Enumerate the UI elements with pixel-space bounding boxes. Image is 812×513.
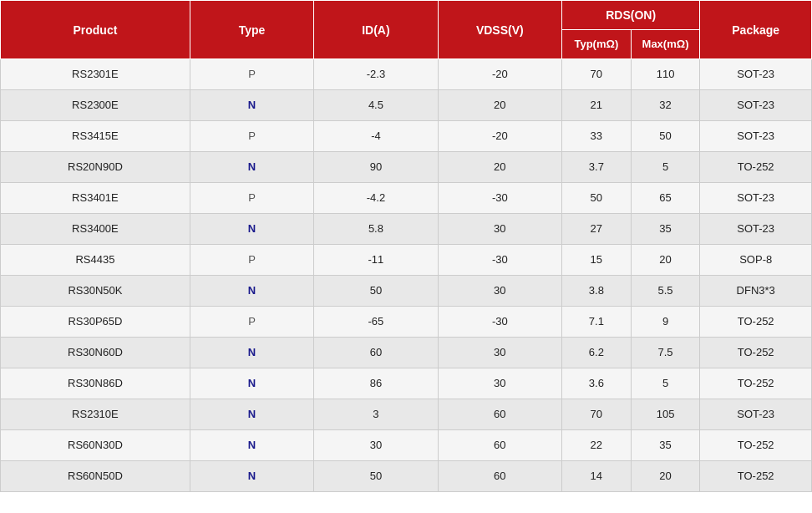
cell-id: 50 <box>314 276 438 307</box>
cell-id: 5.8 <box>314 214 438 245</box>
cell-max: 110 <box>631 59 700 90</box>
cell-type: N <box>190 368 313 399</box>
table-row: RS2310E N 3 60 70 105 SOT-23 <box>1 399 812 430</box>
table-row: RS30N60D N 60 30 6.2 7.5 TO-252 <box>1 338 812 368</box>
cell-typ: 14 <box>562 461 632 492</box>
cell-product: RS4435 <box>1 245 190 276</box>
cell-product: RS30P65D <box>1 307 190 338</box>
cell-vdss: 60 <box>438 399 561 430</box>
cell-package: TO-252 <box>700 430 812 461</box>
cell-typ: 21 <box>562 90 632 121</box>
header-id: ID(A) <box>314 1 438 59</box>
cell-id: 30 <box>314 430 438 461</box>
cell-type: N <box>190 399 313 430</box>
cell-vdss: 20 <box>438 90 561 121</box>
cell-type: N <box>190 276 313 307</box>
cell-product: RS20N90D <box>1 152 190 183</box>
cell-product: RS30N50K <box>1 276 190 307</box>
cell-max: 32 <box>631 90 700 121</box>
cell-vdss: 30 <box>438 214 561 245</box>
cell-type: P <box>190 183 313 214</box>
cell-product: RS3415E <box>1 121 190 152</box>
cell-vdss: 30 <box>438 368 561 399</box>
cell-type: N <box>190 338 313 368</box>
cell-max: 50 <box>631 121 700 152</box>
cell-typ: 3.7 <box>562 152 632 183</box>
cell-id: -2.3 <box>314 59 438 90</box>
cell-typ: 6.2 <box>562 338 632 368</box>
cell-typ: 70 <box>562 399 632 430</box>
cell-package: TO-252 <box>700 152 812 183</box>
cell-vdss: -30 <box>438 245 561 276</box>
cell-id: 3 <box>314 399 438 430</box>
cell-type: N <box>190 152 313 183</box>
cell-product: RS30N86D <box>1 368 190 399</box>
cell-vdss: 30 <box>438 338 561 368</box>
cell-id: -65 <box>314 307 438 338</box>
cell-vdss: -20 <box>438 59 561 90</box>
cell-product: RS2310E <box>1 399 190 430</box>
cell-typ: 15 <box>562 245 632 276</box>
table-row: RS2300E N 4.5 20 21 32 SOT-23 <box>1 90 812 121</box>
cell-package: SOT-23 <box>700 214 812 245</box>
table-row: RS3401E P -4.2 -30 50 65 SOT-23 <box>1 183 812 214</box>
header-product: Product <box>1 1 190 59</box>
cell-max: 5 <box>631 152 700 183</box>
cell-product: RS2301E <box>1 59 190 90</box>
cell-max: 7.5 <box>631 338 700 368</box>
cell-id: 60 <box>314 338 438 368</box>
cell-package: SOP-8 <box>700 245 812 276</box>
cell-typ: 33 <box>562 121 632 152</box>
cell-id: -11 <box>314 245 438 276</box>
header-rds-on: RDS(ON) <box>562 1 700 30</box>
cell-type: P <box>190 59 313 90</box>
table-row: RS30P65D P -65 -30 7.1 9 TO-252 <box>1 307 812 338</box>
cell-id: 86 <box>314 368 438 399</box>
cell-package: SOT-23 <box>700 90 812 121</box>
cell-typ: 7.1 <box>562 307 632 338</box>
cell-max: 105 <box>631 399 700 430</box>
cell-product: RS3400E <box>1 214 190 245</box>
cell-product: RS3401E <box>1 183 190 214</box>
cell-typ: 27 <box>562 214 632 245</box>
table-row: RS3415E P -4 -20 33 50 SOT-23 <box>1 121 812 152</box>
table-row: RS30N50K N 50 30 3.8 5.5 DFN3*3 <box>1 276 812 307</box>
cell-id: 4.5 <box>314 90 438 121</box>
table-row: RS3400E N 5.8 30 27 35 SOT-23 <box>1 214 812 245</box>
table-row: RS4435 P -11 -30 15 20 SOP-8 <box>1 245 812 276</box>
cell-package: TO-252 <box>700 338 812 368</box>
table-row: RS30N86D N 86 30 3.6 5 TO-252 <box>1 368 812 399</box>
cell-type: P <box>190 245 313 276</box>
cell-id: -4.2 <box>314 183 438 214</box>
cell-max: 9 <box>631 307 700 338</box>
cell-package: TO-252 <box>700 368 812 399</box>
cell-max: 20 <box>631 245 700 276</box>
cell-vdss: -20 <box>438 121 561 152</box>
cell-typ: 3.6 <box>562 368 632 399</box>
cell-package: SOT-23 <box>700 183 812 214</box>
cell-max: 5 <box>631 368 700 399</box>
cell-product: RS60N30D <box>1 430 190 461</box>
cell-package: SOT-23 <box>700 59 812 90</box>
header-typ: Typ(mΩ) <box>562 30 632 59</box>
cell-id: 50 <box>314 461 438 492</box>
cell-max: 35 <box>631 214 700 245</box>
header-type: Type <box>190 1 313 59</box>
header-vdss: VDSS(V) <box>438 1 561 59</box>
cell-package: SOT-23 <box>700 399 812 430</box>
cell-type: N <box>190 461 313 492</box>
cell-max: 65 <box>631 183 700 214</box>
table-row: RS60N30D N 30 60 22 35 TO-252 <box>1 430 812 461</box>
table-header-top: Product Type ID(A) VDSS(V) RDS(ON) Packa… <box>1 1 812 30</box>
table-row: RS20N90D N 90 20 3.7 5 TO-252 <box>1 152 812 183</box>
cell-max: 5.5 <box>631 276 700 307</box>
cell-typ: 22 <box>562 430 632 461</box>
cell-vdss: -30 <box>438 183 561 214</box>
cell-package: SOT-23 <box>700 121 812 152</box>
cell-vdss: 30 <box>438 276 561 307</box>
cell-type: N <box>190 430 313 461</box>
cell-type: P <box>190 307 313 338</box>
cell-package: TO-252 <box>700 461 812 492</box>
cell-max: 20 <box>631 461 700 492</box>
table-row: RS2301E P -2.3 -20 70 110 SOT-23 <box>1 59 812 90</box>
